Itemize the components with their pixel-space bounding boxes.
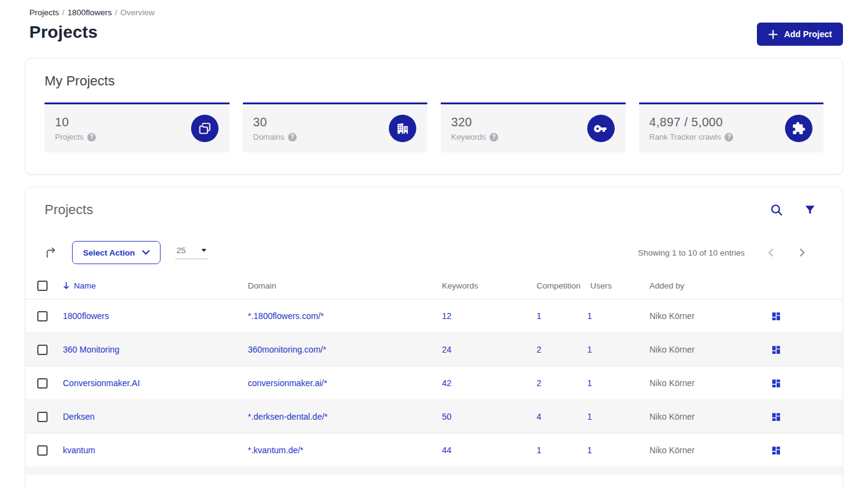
- prev-page-icon[interactable]: [767, 248, 775, 257]
- stat-crawls-value: 4,897 / 5,000: [649, 115, 734, 129]
- project-name-link[interactable]: Derksen: [63, 412, 95, 422]
- select-arrow-icon: [201, 249, 206, 252]
- project-name-link[interactable]: kvantum: [63, 445, 95, 455]
- stat-domains-value: 30: [253, 115, 297, 129]
- project-users-link[interactable]: 1: [587, 311, 592, 321]
- help-icon[interactable]: ?: [490, 133, 498, 142]
- table-row: 1800flowers *.1800flowers.com/* 12 1 1 N…: [26, 300, 842, 333]
- puzzle-icon: [785, 115, 812, 142]
- projects-table: Name Domain Keywords Competition Users A…: [26, 272, 842, 475]
- projects-icon: [191, 115, 219, 142]
- search-icon[interactable]: [769, 202, 784, 218]
- table-row: Derksen *.derksen-dental.de/* 50 4 1 Nik…: [26, 400, 842, 434]
- column-header-name[interactable]: Name: [63, 281, 248, 290]
- project-name-link[interactable]: 360 Monitoring: [63, 345, 120, 354]
- project-keywords-link[interactable]: 24: [442, 345, 452, 354]
- stat-projects-value: 10: [55, 115, 96, 129]
- showing-entries-text: Showing 1 to 10 of 10 entries: [638, 248, 745, 257]
- breadcrumb-projects[interactable]: Projects: [29, 8, 59, 17]
- row-checkbox[interactable]: [37, 378, 48, 389]
- select-action-label: Select Action: [83, 248, 135, 257]
- project-added-by: Niko Körner: [649, 311, 771, 321]
- stat-domains-label: Domains: [253, 132, 284, 142]
- projects-table-card: Projects Select Action: [25, 187, 843, 488]
- add-project-button[interactable]: Add Project: [757, 23, 843, 46]
- page-size-value: 25: [176, 246, 186, 255]
- column-header-users[interactable]: Users: [587, 281, 649, 290]
- project-competition-link[interactable]: 2: [537, 378, 541, 388]
- breadcrumb-overview: Overview: [120, 8, 154, 17]
- stat-crawls-label: Rank Tracker crawls: [649, 132, 722, 142]
- keywords-icon: [587, 115, 615, 142]
- help-icon[interactable]: ?: [87, 133, 96, 142]
- project-added-by: Niko Körner: [649, 445, 771, 455]
- project-keywords-link[interactable]: 44: [442, 445, 452, 455]
- row-checkbox[interactable]: [37, 345, 48, 355]
- dashboard-icon[interactable]: [771, 378, 781, 389]
- project-added-by: Niko Körner: [649, 345, 771, 354]
- project-users-link[interactable]: 1: [587, 345, 592, 354]
- breadcrumb: Projects/1800flowers/Overview: [25, 8, 843, 17]
- project-competition-link[interactable]: 4: [537, 412, 541, 422]
- select-all-checkbox[interactable]: [37, 281, 48, 291]
- next-page-icon[interactable]: [798, 248, 806, 257]
- project-users-link[interactable]: 1: [587, 445, 592, 455]
- plus-icon: [768, 29, 778, 40]
- dashboard-icon[interactable]: [771, 445, 781, 456]
- project-domain-link[interactable]: 360monitoring.com/*: [248, 345, 326, 354]
- export-icon[interactable]: [45, 246, 57, 259]
- table-row: Conversionmaker.AI conversionmaker.ai/* …: [26, 367, 842, 400]
- table-row: 360 Monitoring 360monitoring.com/* 24 2 …: [26, 333, 842, 367]
- stat-projects-label: Projects: [55, 132, 84, 142]
- column-header-competition[interactable]: Competition: [537, 281, 587, 290]
- stat-keywords-label: Keywords: [451, 132, 486, 142]
- add-project-label: Add Project: [784, 29, 832, 39]
- row-checkbox[interactable]: [37, 445, 48, 456]
- stat-domains: 30 Domains?: [243, 102, 428, 152]
- project-name-link[interactable]: 1800flowers: [63, 311, 109, 321]
- projects-panel-title: Projects: [45, 202, 93, 218]
- dashboard-icon[interactable]: [771, 311, 781, 321]
- project-competition-link[interactable]: 1: [537, 311, 541, 321]
- breadcrumb-1800flowers[interactable]: 1800flowers: [68, 8, 112, 17]
- project-users-link[interactable]: 1: [587, 412, 592, 422]
- project-keywords-link[interactable]: 42: [442, 378, 452, 388]
- domains-icon: [389, 115, 416, 142]
- stat-projects: 10 Projects?: [45, 102, 230, 152]
- column-header-domain[interactable]: Domain: [248, 281, 442, 290]
- project-name-link[interactable]: Conversionmaker.AI: [63, 378, 140, 388]
- project-users-link[interactable]: 1: [587, 378, 592, 388]
- column-header-keywords[interactable]: Keywords: [442, 281, 537, 290]
- select-action-dropdown[interactable]: Select Action: [72, 241, 161, 264]
- project-keywords-link[interactable]: 50: [442, 412, 452, 422]
- row-checkbox[interactable]: [37, 311, 48, 321]
- dashboard-icon[interactable]: [771, 345, 781, 355]
- filter-icon[interactable]: [803, 203, 817, 217]
- project-keywords-link[interactable]: 12: [442, 311, 452, 321]
- table-row: kvantum *.kvantum.de/* 44 1 1 Niko Körne…: [26, 434, 842, 467]
- row-checkbox[interactable]: [37, 412, 48, 422]
- project-competition-link[interactable]: 2: [537, 345, 541, 354]
- stat-keywords: 320 Keywords?: [441, 102, 626, 152]
- my-projects-title: My Projects: [45, 73, 823, 89]
- project-competition-link[interactable]: 1: [537, 445, 541, 455]
- project-added-by: Niko Körner: [649, 412, 771, 422]
- project-domain-link[interactable]: *.1800flowers.com/*: [248, 311, 324, 321]
- project-domain-link[interactable]: conversionmaker.ai/*: [248, 378, 327, 388]
- stat-keywords-value: 320: [451, 115, 498, 129]
- stat-crawls: 4,897 / 5,000 Rank Tracker crawls?: [639, 102, 824, 152]
- help-icon[interactable]: ?: [288, 133, 297, 142]
- dashboard-icon[interactable]: [771, 412, 781, 422]
- table-header-row: Name Domain Keywords Competition Users A…: [26, 272, 842, 300]
- column-header-added-by[interactable]: Added by: [649, 281, 771, 290]
- project-domain-link[interactable]: *.derksen-dental.de/*: [248, 412, 328, 422]
- project-domain-link[interactable]: *.kvantum.de/*: [248, 445, 303, 455]
- stats-row: 10 Projects? 30 Domains?: [45, 102, 823, 152]
- page-title: Projects: [25, 23, 98, 42]
- sort-down-icon: [63, 281, 70, 290]
- project-added-by: Niko Körner: [649, 378, 771, 388]
- page-size-select[interactable]: 25: [175, 246, 208, 259]
- help-icon[interactable]: ?: [725, 133, 733, 142]
- chevron-down-icon: [142, 250, 150, 255]
- my-projects-card: My Projects 10 Projects? 30 Domains?: [25, 58, 843, 174]
